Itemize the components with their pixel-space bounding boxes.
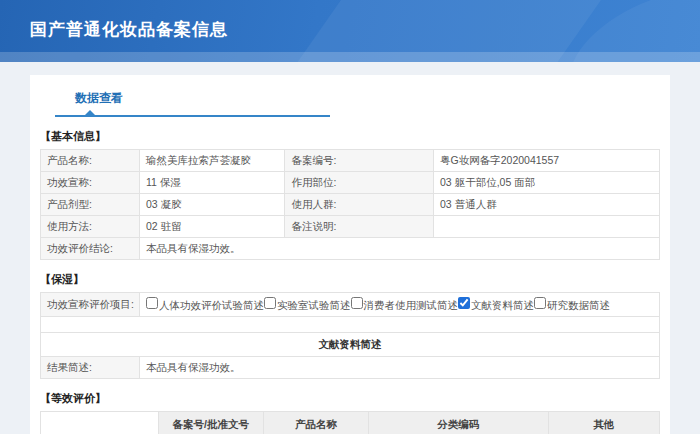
field-value-filing-number: 粤G妆网备字2020041557 — [434, 150, 660, 172]
field-value-efficacy-conclusion: 本品具有保湿功效。 — [140, 238, 660, 260]
checkbox-human-efficacy-test[interactable] — [146, 297, 158, 309]
checkbox-consumer-use-test[interactable] — [351, 297, 363, 309]
section-title-basic-info: 【基本信息】 — [40, 129, 660, 144]
checkbox-research-data-summary[interactable] — [534, 297, 546, 309]
field-label-usage-method: 使用方法: — [41, 216, 140, 238]
field-value-product-name: 瑜然美库拉索芦荟凝胶 — [140, 150, 285, 172]
checkbox-label-laboratory-test[interactable]: 实验室试验简述 — [277, 299, 351, 311]
page-title: 国产普通化妆品备案信息 — [0, 0, 700, 41]
field-label-remarks: 备注说明: — [285, 216, 434, 238]
section-title-equivalence: 【等效评价】 — [40, 391, 660, 406]
field-label-product-form: 产品剂型: — [41, 194, 140, 216]
table-row: 产品名称: 瑜然美库拉索芦荟凝胶 备案编号: 粤G妆网备字2020041557 — [41, 150, 660, 172]
banner-bottom-strip — [0, 52, 700, 62]
equiv-header-filing-approval-number: 备案号/批准文号 — [158, 412, 263, 434]
field-value-product-form: 03 凝胶 — [140, 194, 285, 216]
field-value-remarks — [434, 216, 660, 238]
table-header-row: 备案号/批准文号 产品名称 分类编码 其他 — [41, 412, 660, 434]
checkbox-label-literature-summary[interactable]: 文献资料简述 — [471, 299, 534, 311]
table-row: 功效宣称评价项目: 人体功效评价试验简述实验室试验简述消费者使用测试简述文献资料… — [41, 293, 660, 317]
field-value-result-summary: 本品具有保湿功效。 — [140, 357, 660, 379]
table-row: 结果简述: 本品具有保湿功效。 — [41, 357, 660, 379]
moisturizing-table: 功效宣称评价项目: 人体功效评价试验简述实验室试验简述消费者使用测试简述文献资料… — [40, 292, 660, 379]
tab-bar: 数据查看 — [40, 88, 660, 115]
field-label-user-group: 使用人群: — [285, 194, 434, 216]
equivalence-table: 备案号/批准文号 产品名称 分类编码 其他 — [40, 411, 660, 434]
table-row: 文献资料简述 — [41, 333, 660, 357]
equiv-header-product-name: 产品名称 — [263, 412, 368, 434]
field-label-efficacy-conclusion: 功效评价结论: — [41, 238, 140, 260]
tab-caret-icon — [85, 110, 95, 115]
tab-data-view[interactable]: 数据查看 — [65, 88, 133, 115]
field-label-product-name: 产品名称: — [41, 150, 140, 172]
literature-summary-heading: 文献资料简述 — [41, 333, 660, 357]
table-row: 功效宣称: 11 保湿 作用部位: 03 躯干部位,05 面部 — [41, 172, 660, 194]
basic-info-table: 产品名称: 瑜然美库拉索芦荟凝胶 备案编号: 粤G妆网备字2020041557 … — [40, 149, 660, 260]
field-label-result-summary: 结果简述: — [41, 357, 140, 379]
field-value-efficacy-claim: 11 保湿 — [140, 172, 285, 194]
evaluation-checkbox-group: 人体功效评价试验简述实验室试验简述消费者使用测试简述文献资料简述研究数据简述 — [140, 293, 660, 317]
content-card: 数据查看 【基本信息】 产品名称: 瑜然美库拉索芦荟凝胶 备案编号: 粤G妆网备… — [30, 75, 670, 434]
checkbox-label-consumer-use-test[interactable]: 消费者使用测试简述 — [364, 299, 459, 311]
table-row: 功效评价结论: 本品具有保湿功效。 — [41, 238, 660, 260]
checkbox-laboratory-test[interactable] — [264, 297, 276, 309]
equiv-header-other: 其他 — [548, 412, 659, 434]
tab-underline — [55, 115, 330, 117]
field-value-application-site: 03 躯干部位,05 面部 — [434, 172, 660, 194]
field-label-application-site: 作用部位: — [285, 172, 434, 194]
equiv-header-blank — [41, 412, 159, 434]
table-row: 使用方法: 02 驻留 备注说明: — [41, 216, 660, 238]
field-label-evaluation-items: 功效宣称评价项目: — [41, 293, 140, 317]
field-value-user-group: 03 普通人群 — [434, 194, 660, 216]
table-row — [41, 317, 660, 333]
table-row: 产品剂型: 03 凝胶 使用人群: 03 普通人群 — [41, 194, 660, 216]
equiv-header-classification-code: 分类编码 — [369, 412, 549, 434]
checkbox-label-research-data-summary[interactable]: 研究数据简述 — [547, 299, 610, 311]
field-label-efficacy-claim: 功效宣称: — [41, 172, 140, 194]
spacer-row — [41, 317, 660, 333]
field-value-usage-method: 02 驻留 — [140, 216, 285, 238]
section-title-moisturizing: 【保湿】 — [40, 272, 660, 287]
checkbox-label-human-efficacy-test[interactable]: 人体功效评价试验简述 — [159, 299, 264, 311]
field-label-filing-number: 备案编号: — [285, 150, 434, 172]
page-header-banner: 国产普通化妆品备案信息 — [0, 0, 700, 62]
checkbox-literature-summary[interactable] — [458, 297, 470, 309]
